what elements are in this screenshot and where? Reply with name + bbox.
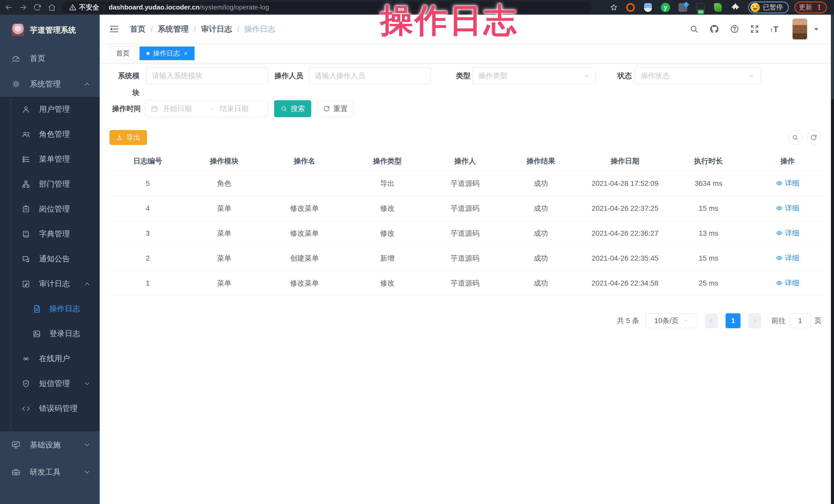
header-actions: tT <box>679 19 819 40</box>
table-header-row: 日志编号 操作模块 操作名 操作类型 操作人 操作结果 操作日期 执行时长 操作 <box>109 152 829 171</box>
detail-link[interactable]: 详细 <box>776 178 799 188</box>
browser-home-button[interactable] <box>46 2 58 13</box>
bookmark-star-button[interactable] <box>610 3 618 12</box>
refresh-table-button[interactable] <box>807 130 821 145</box>
filter-daterange-picker[interactable]: 开始日期 - 结束日期 <box>145 100 268 117</box>
goto-page-input[interactable] <box>790 313 810 328</box>
sidebar-item-login-log[interactable]: 登录日志 <box>0 321 100 346</box>
tab-close-icon[interactable]: × <box>184 50 188 57</box>
extension-y-icon[interactable]: y <box>660 2 671 13</box>
breadcrumb-audit[interactable]: 审计日志 <box>201 24 232 35</box>
eye-icon <box>776 279 783 287</box>
scrollbar-thumb[interactable] <box>831 15 833 100</box>
toggle-search-button[interactable] <box>788 130 803 145</box>
sidebar-item-dev-tools[interactable]: 研发工具 <box>0 459 100 486</box>
extensions-puzzle-icon[interactable] <box>730 2 741 13</box>
sidebar-item-sms-mgmt[interactable]: 短信管理 <box>0 371 100 396</box>
detail-link[interactable]: 详细 <box>776 228 799 238</box>
header-fontsize-button[interactable]: tT <box>770 24 781 34</box>
table-cell-actions: 详细 <box>746 221 829 246</box>
avatar-caret-icon[interactable] <box>813 26 819 32</box>
page-size-select[interactable]: 10条/页 <box>646 313 697 328</box>
sidebar-item-post-mgmt[interactable]: 岗位管理 <box>0 197 100 222</box>
extension-switch-icon[interactable]: on <box>695 2 705 13</box>
sidebar-item-online-users[interactable]: 在线用户 <box>0 346 100 371</box>
sidebar-item-audit-log[interactable]: 审计日志 <box>0 271 100 296</box>
main-content: 首页 / 系统管理 / 审计日志 / 操作日志 <box>100 15 831 504</box>
extension-grid-icon[interactable] <box>678 2 688 13</box>
sidebar-item-system-mgmt[interactable]: 系统管理 <box>0 71 100 97</box>
table-cell: 菜单 <box>186 271 262 295</box>
daterange-start-placeholder: 开始日期 <box>163 104 204 114</box>
toolbox-icon <box>11 467 21 477</box>
browser-forward-button[interactable] <box>18 2 29 13</box>
prev-page-button[interactable] <box>705 313 718 328</box>
dictionary-icon <box>22 230 30 239</box>
breadcrumb-home[interactable]: 首页 <box>130 24 146 35</box>
page-number-1[interactable]: 1 <box>726 313 741 328</box>
extension-pin-icon[interactable] <box>643 2 653 13</box>
reset-button[interactable]: 重置 <box>317 100 353 117</box>
filter-operator-input[interactable] <box>309 67 431 84</box>
header-github-button[interactable] <box>709 24 719 34</box>
sidebar-item-home[interactable]: 首页 <box>0 45 100 71</box>
next-page-button[interactable] <box>748 313 761 328</box>
col-result: 操作结果 <box>502 152 579 171</box>
filter-type-select[interactable]: 操作类型 <box>473 67 596 84</box>
header-fullscreen-button[interactable] <box>750 24 760 34</box>
header-search-button[interactable] <box>689 24 699 34</box>
address-bar[interactable]: 不安全 dashboard.yudao.iocoder.cn /system/l… <box>62 2 591 13</box>
sidebar-logo[interactable]: 芋道管理系统 <box>0 15 100 45</box>
sidebar-item-dict-mgmt[interactable]: 字典管理 <box>0 222 100 246</box>
filter-module-input[interactable] <box>146 67 268 84</box>
browser-menu-kebab-icon[interactable]: ⋮ <box>816 3 822 11</box>
operate-log-table: 日志编号 操作模块 操作名 操作类型 操作人 操作结果 操作日期 执行时长 操作… <box>109 152 829 296</box>
tab-operate-log[interactable]: 操作日志 × <box>139 46 195 60</box>
browser-update-button[interactable]: 更新 ⋮ <box>794 2 827 13</box>
user-avatar[interactable] <box>792 19 807 40</box>
extension-leaf-icon[interactable] <box>713 2 723 13</box>
sidebar-item-dept-mgmt[interactable]: 部门管理 <box>0 172 100 197</box>
eye-icon <box>776 180 783 187</box>
sidebar-item-user-mgmt[interactable]: 用户管理 <box>0 97 100 122</box>
chevron-up-icon <box>83 80 91 88</box>
browser-scrollbar[interactable] <box>831 15 834 504</box>
chevron-right-icon <box>751 317 758 324</box>
table-cell: 导出 <box>347 171 428 196</box>
export-button[interactable]: 导出 <box>109 130 147 145</box>
breadcrumb-system[interactable]: 系统管理 <box>158 24 189 35</box>
sidebar-item-notice[interactable]: 通知公告 <box>0 246 100 271</box>
sidebar-item-infrastructure[interactable]: 基础设施 <box>0 431 100 459</box>
detail-link[interactable]: 详细 <box>776 203 799 213</box>
sidebar-item-role-mgmt[interactable]: 角色管理 <box>0 122 100 147</box>
tab-home[interactable]: 首页 <box>109 46 136 60</box>
audit-edit-icon <box>22 280 30 288</box>
filter-status-label: 状态 <box>614 67 632 84</box>
browser-back-button[interactable] <box>3 2 15 13</box>
table-cell: 芋道源码 <box>428 196 502 221</box>
sidebar-collapse-button[interactable] <box>109 24 119 34</box>
table-cell: 修改菜单 <box>262 196 347 221</box>
header-help-button[interactable] <box>730 24 740 34</box>
search-button[interactable]: 搜索 <box>274 100 311 117</box>
browser-profile-chip[interactable]: 已暂停 <box>748 2 789 13</box>
update-label: 更新 <box>799 3 812 12</box>
sidebar-item-operate-log[interactable]: 操作日志 <box>0 296 100 321</box>
table-cell-actions: 详细 <box>746 246 829 271</box>
gear-icon <box>11 80 21 89</box>
question-circle-icon <box>730 24 740 34</box>
sidebar-item-menu-mgmt[interactable]: 菜单管理 <box>0 147 100 172</box>
col-date: 操作日期 <box>579 152 671 171</box>
table-row: 4菜单修改菜单修改芋道源码成功2021-04-26 22:37:2515 ms详… <box>109 196 829 221</box>
detail-link[interactable]: 详细 <box>776 253 799 263</box>
table-cell: 2021-04-26 22:36:27 <box>579 221 671 246</box>
filter-status-select[interactable]: 操作状态 <box>635 67 761 84</box>
login-log-icon <box>32 329 41 338</box>
sidebar-item-errorcode-mgmt[interactable]: 错误码管理 <box>0 396 100 421</box>
browser-reload-button[interactable] <box>32 2 43 13</box>
table-cell: 成功 <box>502 221 579 246</box>
detail-link[interactable]: 详细 <box>776 278 799 288</box>
extension-ublock-icon[interactable] <box>626 2 636 13</box>
system-submenu: 用户管理 角色管理 菜单管理 部门管理 岗位管理 <box>0 97 100 431</box>
table-cell-actions: 详细 <box>746 171 829 196</box>
